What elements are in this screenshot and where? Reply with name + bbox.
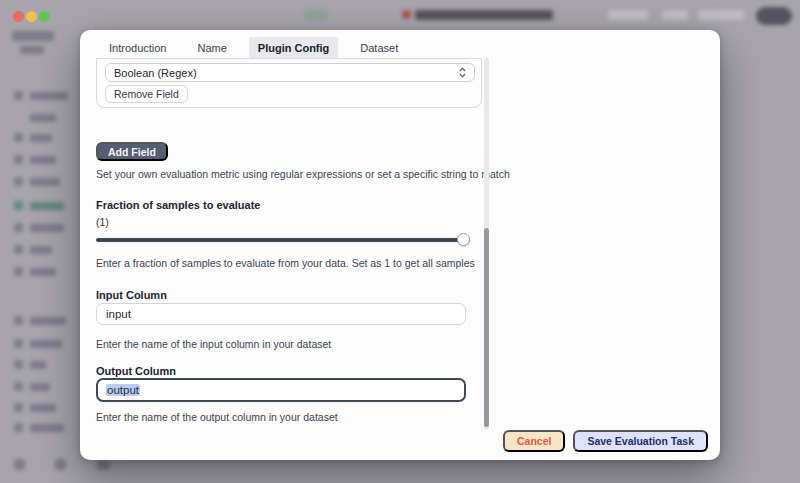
tab-dataset[interactable]: Dataset	[351, 37, 407, 60]
tab-plugin-config[interactable]: Plugin Config	[249, 37, 338, 60]
sidebar-logo-blur	[12, 31, 54, 41]
account-pill	[756, 7, 792, 25]
bottom-icon-blur	[55, 459, 66, 470]
sidebar-icon-blur	[14, 267, 23, 276]
bottom-icon-blur	[14, 459, 25, 470]
tab-name[interactable]: Name	[188, 37, 235, 60]
input-column-label: Input Column	[96, 289, 167, 301]
sidebar-icon-blur	[14, 339, 23, 348]
metric-field-group: Boolean (Regex) Remove Field	[96, 58, 482, 108]
sidebar-icon-blur	[14, 223, 23, 232]
modal-scrollbar-track[interactable]	[484, 58, 489, 430]
toolbar-badge	[305, 9, 327, 21]
sidebar-item-blur	[30, 178, 60, 186]
fraction-value: (1)	[96, 216, 109, 228]
sidebar-sub-blur	[20, 46, 44, 54]
evaluation-task-modal: Introduction Name Plugin Config Dataset …	[80, 30, 720, 460]
window-close-button[interactable]	[13, 11, 24, 22]
sidebar-icon-blur	[14, 403, 23, 412]
slider-knob[interactable]	[457, 233, 470, 246]
sidebar-icon-blur	[14, 360, 23, 369]
remove-field-button[interactable]: Remove Field	[105, 85, 188, 103]
modal-footer: Cancel Save Evaluation Task	[503, 430, 708, 452]
sidebar-icon-blur	[14, 133, 23, 142]
tab-favicon	[402, 10, 411, 19]
slider-track[interactable]	[96, 238, 470, 242]
toolbar-item-blur	[698, 10, 744, 20]
sidebar-item-blur	[30, 246, 52, 254]
sidebar-icon-active-blur	[14, 201, 23, 210]
sidebar-icon-blur	[14, 177, 23, 186]
toolbar-item-blur	[662, 10, 688, 20]
toolbar-item-blur	[608, 10, 648, 20]
sidebar-item-blur	[30, 92, 68, 100]
field-type-select[interactable]: Boolean (Regex)	[105, 63, 475, 82]
fraction-label: Fraction of samples to evaluate	[96, 199, 260, 211]
sidebar-icon-blur	[14, 91, 23, 100]
plugin-config-panel: Boolean (Regex) Remove Field Add Field S…	[96, 58, 482, 430]
sidebar-item-blur	[30, 383, 50, 391]
save-evaluation-task-button[interactable]: Save Evaluation Task	[573, 430, 708, 452]
output-column-field[interactable]: output	[96, 378, 466, 402]
sidebar-icon-blur	[14, 423, 23, 432]
sidebar-icon-blur	[14, 245, 23, 254]
sidebar-item-blur	[30, 404, 56, 412]
output-column-value: output	[106, 384, 140, 396]
output-column-help-text: Enter the name of the output column in y…	[96, 411, 338, 423]
input-column-help-text: Enter the name of the input column in yo…	[96, 338, 331, 350]
tab-title-blur	[415, 10, 553, 20]
sidebar-item-blur	[30, 424, 64, 432]
output-column-label: Output Column	[96, 365, 176, 377]
add-field-button[interactable]: Add Field	[96, 142, 168, 161]
sidebar-icon-blur	[14, 316, 23, 325]
sidebar-item-blur	[30, 361, 46, 369]
sidebar-item-active-blur	[30, 202, 64, 210]
field-type-value: Boolean (Regex)	[114, 67, 197, 79]
select-chevrons-icon	[459, 67, 466, 78]
bottom-icon-blur	[97, 461, 110, 470]
sidebar-item-blur	[30, 340, 62, 348]
sidebar-item-blur	[30, 268, 56, 276]
modal-scrollbar-thumb[interactable]	[484, 228, 489, 427]
sidebar-item-blur	[30, 156, 56, 164]
sidebar-item-blur	[30, 114, 56, 122]
window-minimize-button[interactable]	[26, 11, 37, 22]
window-zoom-button[interactable]	[39, 11, 50, 22]
sidebar-item-blur	[30, 317, 66, 325]
tab-introduction[interactable]: Introduction	[100, 37, 175, 60]
sidebar-item-blur	[30, 134, 52, 142]
sidebar-item-blur	[30, 224, 64, 232]
fraction-slider[interactable]	[96, 233, 470, 247]
metric-help-text: Set your own evaluation metric using reg…	[96, 168, 510, 180]
sidebar-icon-blur	[14, 382, 23, 391]
modal-tab-bar: Introduction Name Plugin Config Dataset	[80, 36, 720, 60]
sidebar-icon-blur	[14, 155, 23, 164]
fraction-help-text: Enter a fraction of samples to evaluate …	[96, 257, 475, 269]
input-column-field[interactable]	[96, 303, 466, 325]
cancel-button[interactable]: Cancel	[503, 430, 565, 452]
